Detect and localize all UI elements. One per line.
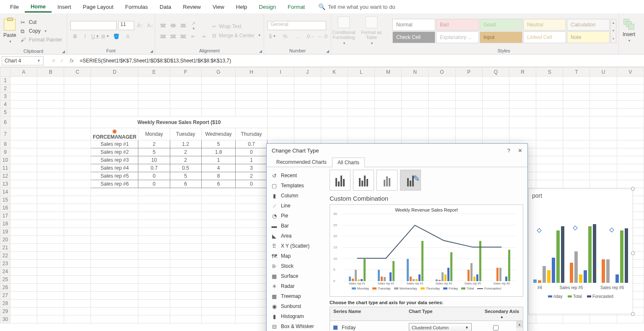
help-button[interactable]: ?: [507, 147, 510, 154]
currency-button[interactable]: $▼: [267, 32, 278, 41]
category-stock[interactable]: ⊪Stock: [267, 261, 325, 271]
menu-view[interactable]: View: [207, 1, 230, 13]
align-right-button[interactable]: [179, 32, 188, 41]
menu-design[interactable]: Design: [253, 1, 282, 13]
style-linked-cell[interactable]: Linked Cell: [523, 31, 566, 43]
category-x-y-scatter-[interactable]: ⠿X Y (Scatter): [267, 241, 325, 251]
tell-me-search[interactable]: 🔍 Tell me what you want to do: [318, 3, 395, 10]
align-top-button[interactable]: [158, 21, 168, 30]
borders-button[interactable]: ⊞▼: [101, 32, 110, 41]
style-check-cell[interactable]: Check Cell: [392, 31, 435, 43]
series-chart-type-select[interactable]: Clustered Column▼: [409, 323, 472, 331]
combo-subtype-1[interactable]: [330, 170, 351, 191]
category-histogram[interactable]: ▮Histogram: [267, 311, 325, 321]
decrease-indent-button[interactable]: ⇤: [189, 32, 198, 41]
category-sunburst[interactable]: ◉Sunburst: [267, 301, 325, 311]
comma-button[interactable]: ,: [293, 32, 303, 41]
increase-indent-button[interactable]: ⇥: [199, 32, 208, 41]
orientation-button[interactable]: ↗▼: [189, 21, 198, 30]
category-icon: ◔: [271, 212, 278, 219]
embedded-chart[interactable]: port #4 Sales rep #5 Sales rep #6 riday …: [528, 189, 633, 314]
fx-icon[interactable]: fx: [66, 58, 77, 64]
series-row-friday[interactable]: Friday Clustered Column▼: [330, 321, 523, 331]
category-map[interactable]: 🗺Map: [267, 251, 325, 261]
align-middle-button[interactable]: [169, 21, 178, 30]
menu-format[interactable]: Format: [282, 1, 311, 13]
category-surface[interactable]: ▦Surface: [267, 271, 325, 281]
insert-cells-button[interactable]: Insert▼: [620, 19, 638, 43]
menu-review[interactable]: Review: [177, 1, 207, 13]
category-icon: ▦: [271, 293, 278, 300]
cancel-formula-button[interactable]: ✕: [49, 58, 58, 64]
category-bar[interactable]: ▬Bar: [267, 221, 325, 231]
underline-button[interactable]: U▼: [91, 32, 100, 41]
dialog-launcher-icon[interactable]: ◢: [150, 49, 153, 53]
category-radar[interactable]: ✳Radar: [267, 281, 325, 291]
style-gallery-nav[interactable]: ▲▼▾: [610, 19, 616, 43]
merge-center-button[interactable]: ⊟Merge & Center▼: [210, 32, 263, 39]
style-bad[interactable]: Bad: [436, 19, 479, 31]
category-recent[interactable]: ↺Recent: [267, 171, 325, 181]
menu-help[interactable]: Help: [230, 1, 253, 13]
category-pie[interactable]: ◔Pie: [267, 211, 325, 221]
style-input[interactable]: Input: [480, 31, 522, 43]
category-column[interactable]: ▮Column: [267, 191, 325, 201]
shrink-font-button[interactable]: A↓: [146, 21, 154, 30]
wrap-text-button[interactable]: ↩Wrap Text: [210, 23, 263, 30]
align-center-button[interactable]: [169, 32, 178, 41]
combo-subtype-2[interactable]: [353, 170, 374, 191]
category-templates[interactable]: ▢Templates: [267, 181, 325, 191]
formula-input[interactable]: =SERIES(Sheet1!$K$7,Sheet1!$D$8:$D$13,Sh…: [77, 58, 644, 64]
menu-formulas[interactable]: Formulas: [119, 1, 154, 13]
percent-button[interactable]: %: [280, 32, 290, 41]
combo-subtype-custom[interactable]: ✎: [400, 170, 421, 191]
cut-button[interactable]: Cut: [19, 18, 64, 26]
grow-font-button[interactable]: A↑: [136, 21, 144, 30]
style-calculation[interactable]: Calculation: [567, 19, 610, 31]
format-painter-button[interactable]: Format Painter: [19, 36, 64, 44]
category-line[interactable]: ⟋Line: [267, 201, 325, 211]
style-neutral[interactable]: Neutral: [523, 19, 566, 31]
tab-recommended[interactable]: Recommended Charts: [271, 157, 332, 167]
font-size-select[interactable]: 11: [118, 21, 134, 30]
font-name-select[interactable]: [70, 21, 117, 30]
dialog-launcher-icon[interactable]: ◢: [62, 49, 65, 54]
italic-button[interactable]: I: [80, 32, 90, 41]
scroll-up-icon[interactable]: ▲: [516, 321, 523, 328]
font-color-button[interactable]: A: [122, 32, 133, 41]
format-as-table-button[interactable]: Format as Table▼: [359, 15, 384, 47]
dialog-launcher-icon[interactable]: ◢: [326, 49, 329, 53]
category-treemap[interactable]: ▦Treemap: [267, 291, 325, 301]
category-area[interactable]: ◣Area: [267, 231, 325, 241]
name-box[interactable]: Chart 4 ▼: [2, 56, 44, 65]
fill-color-button[interactable]: 🪣: [111, 32, 122, 41]
dialog-launcher-icon[interactable]: ◢: [259, 49, 262, 53]
paste-button[interactable]: Paste ▼: [3, 15, 16, 47]
align-left-button[interactable]: [158, 32, 168, 41]
category-box-whisker[interactable]: ⊟Box & Whisker: [267, 321, 325, 331]
close-button[interactable]: ✕: [518, 147, 522, 154]
menu-home[interactable]: Home: [25, 1, 52, 13]
style-note[interactable]: Note: [567, 31, 610, 43]
conditional-formatting-button[interactable]: Conditional Formatting▼: [331, 15, 356, 47]
bg-leg-1: Total: [573, 294, 582, 299]
align-bottom-button[interactable]: [179, 21, 188, 30]
series-scrollbar[interactable]: ▲ ▼: [516, 321, 523, 331]
increase-decimal-button[interactable]: .0→: [305, 32, 315, 41]
style-explanatory[interactable]: Explanatory ...: [436, 31, 479, 43]
menu-page-layout[interactable]: Page Layout: [77, 1, 119, 13]
confirm-formula-button[interactable]: ✓: [58, 58, 66, 64]
menu-data[interactable]: Data: [154, 1, 177, 13]
decrease-decimal-button[interactable]: ←.0: [318, 32, 328, 41]
number-format-select[interactable]: General: [267, 21, 326, 30]
menu-insert[interactable]: Insert: [52, 1, 77, 13]
style-good[interactable]: Good: [480, 19, 522, 31]
combo-subtype-3[interactable]: [377, 170, 397, 191]
bold-button[interactable]: B: [70, 32, 80, 41]
merge-label: Merge & Center: [219, 33, 254, 39]
tab-all-charts[interactable]: All Charts: [332, 158, 365, 167]
menu-file[interactable]: File: [4, 1, 25, 13]
copy-button[interactable]: Copy▼: [19, 27, 64, 35]
series-secondary-axis-checkbox[interactable]: [493, 325, 499, 331]
style-normal[interactable]: Normal: [392, 19, 435, 31]
